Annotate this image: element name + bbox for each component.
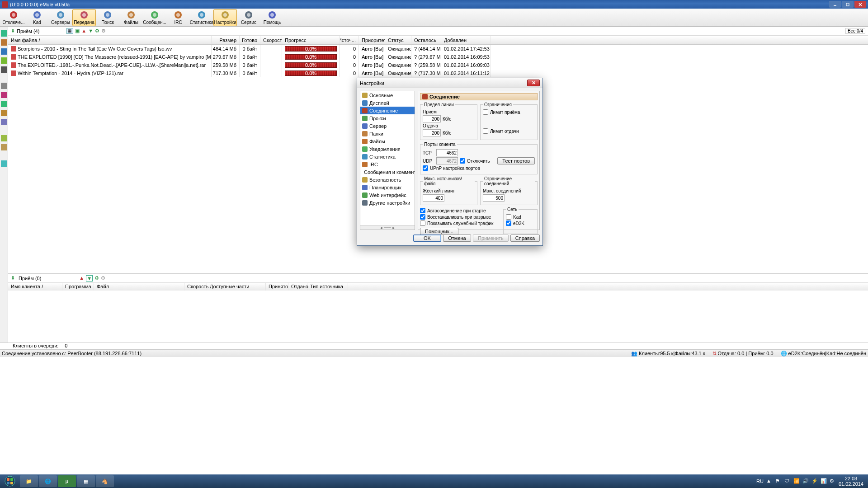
taskbar-clock[interactable]: 22:0301.02.2014: [839, 476, 863, 487]
col-client-file[interactable]: Файл: [94, 283, 184, 291]
col-client-recv[interactable]: Принято: [266, 283, 288, 291]
side-icon[interactable]: [1, 101, 7, 107]
side-icon[interactable]: [1, 30, 7, 37]
col-client-name[interactable]: Имя клиента /: [8, 283, 62, 291]
helper-button[interactable]: Помощник...: [420, 228, 458, 235]
cancel-button[interactable]: Отмена: [443, 235, 471, 242]
minimize-button[interactable]: [829, 1, 841, 8]
start-button[interactable]: [2, 475, 18, 488]
download-row[interactable]: Within Temptation - 2014 - Hydra (VIZP-1…: [8, 69, 868, 77]
task-emule[interactable]: 🐴: [96, 475, 114, 487]
tray-icon[interactable]: 📶: [793, 478, 800, 484]
toolbar-messages[interactable]: Сообщен...: [143, 9, 166, 26]
help-button[interactable]: Справка: [510, 235, 540, 242]
toolbar-stats[interactable]: Статистика: [190, 9, 213, 26]
tray-icon[interactable]: ⚡: [811, 478, 818, 484]
tree-scrollbar[interactable]: ◄ ━━━ ►: [360, 225, 415, 230]
tree-item[interactable]: Сообщения и комментарии: [360, 168, 415, 176]
side-icon[interactable]: [1, 160, 7, 167]
download-row[interactable]: The.EXPLOITED.-.1981.-.Punks.Not.Dead.-.…: [8, 61, 868, 69]
task-explorer[interactable]: 📁: [20, 475, 38, 487]
side-icon[interactable]: [1, 83, 7, 89]
side-icon[interactable]: [1, 57, 7, 64]
tree-item[interactable]: Сервер: [360, 122, 415, 130]
hard-limit-input[interactable]: [423, 194, 444, 202]
disable-udp-checkbox[interactable]: [460, 158, 465, 164]
tcp-port-input[interactable]: [436, 149, 458, 156]
tree-item[interactable]: IRC: [360, 160, 415, 168]
arrow-up-icon[interactable]: ▲: [79, 275, 84, 282]
toolbar-service[interactable]: Сервис: [237, 9, 260, 26]
tool-icon[interactable]: ♻: [94, 275, 99, 282]
tool-icon[interactable]: ▣: [75, 28, 80, 34]
tree-item[interactable]: Соединение: [360, 107, 415, 114]
downloads-tab-label[interactable]: Приём (4): [17, 28, 39, 34]
udp-port-input[interactable]: [436, 157, 458, 164]
side-icon[interactable]: [1, 135, 7, 141]
side-icon[interactable]: [1, 144, 7, 150]
ed2k-checkbox[interactable]: [506, 221, 511, 226]
toolbar-search[interactable]: Поиск: [96, 9, 119, 26]
col-client-speed[interactable]: Скорость: [184, 283, 207, 291]
tool-icon[interactable]: ♻: [95, 28, 99, 34]
side-icon[interactable]: [1, 119, 7, 125]
dialog-titlebar[interactable]: Настройки ✕: [357, 78, 542, 88]
arrow-down-icon[interactable]: ▼: [86, 275, 93, 282]
upnp-checkbox[interactable]: [423, 165, 428, 171]
col-size[interactable]: Размер: [212, 36, 240, 44]
max-conn-input[interactable]: [483, 194, 505, 202]
col-ready[interactable]: Готово: [240, 36, 260, 44]
side-icon[interactable]: [1, 92, 7, 98]
download-row[interactable]: Scorpions - 2010 - Sting In The Tail (Ea…: [8, 45, 868, 53]
tray-icon[interactable]: ⚑: [775, 478, 782, 484]
col-rem[interactable]: Осталось: [411, 36, 441, 44]
tree-item[interactable]: Безопасность: [360, 176, 415, 183]
arrow-up-icon[interactable]: ▲: [81, 28, 86, 34]
clients-tab-label[interactable]: Приём (0): [19, 276, 41, 281]
tree-item[interactable]: Web интерфейс: [360, 191, 415, 199]
download-cap-checkbox[interactable]: [483, 109, 488, 115]
tree-item[interactable]: Прокси: [360, 114, 415, 122]
task-chrome[interactable]: 🌐: [39, 475, 57, 487]
upload-cap-checkbox[interactable]: [483, 128, 488, 134]
side-icon[interactable]: [1, 48, 7, 55]
tray-icon[interactable]: 📊: [821, 478, 827, 484]
test-ports-button[interactable]: Тест портов: [497, 157, 535, 164]
autoconnect-checkbox[interactable]: [420, 208, 425, 213]
toolbar-transfer[interactable]: Передача: [72, 9, 96, 26]
toolbar-help[interactable]: Помощь: [260, 9, 284, 26]
col-prio[interactable]: Приоритет: [359, 36, 385, 44]
tool-icon[interactable]: ⚙: [101, 275, 105, 282]
col-client-parts[interactable]: Доступные части: [207, 283, 266, 291]
download-limit-input[interactable]: [423, 115, 441, 122]
tray-icon[interactable]: ⚙: [830, 478, 836, 484]
col-client-type[interactable]: Тип источника: [307, 283, 348, 291]
col-client-sent[interactable]: Отдано: [288, 283, 307, 291]
tree-item[interactable]: Дисплей: [360, 99, 415, 107]
tree-item[interactable]: Статистика: [360, 153, 415, 160]
maximize-button[interactable]: [842, 1, 854, 8]
reconnect-checkbox[interactable]: [420, 214, 425, 220]
side-icon[interactable]: [1, 110, 7, 116]
arrow-down-icon[interactable]: ▼: [88, 28, 93, 34]
upload-limit-input[interactable]: [423, 129, 441, 136]
col-client-prog[interactable]: Программа: [62, 283, 94, 291]
tree-item[interactable]: Уведомления: [360, 145, 415, 153]
toolbar-disconnect[interactable]: Отключе...: [2, 9, 25, 26]
toolbar-kad[interactable]: Kad: [25, 9, 49, 26]
side-icon[interactable]: [1, 66, 7, 73]
tree-item[interactable]: Файлы: [360, 137, 415, 145]
col-prog[interactable]: Прогресс: [282, 36, 340, 44]
tray-icon[interactable]: ▲: [766, 478, 773, 484]
tree-item[interactable]: Основные: [360, 91, 415, 99]
col-add[interactable]: Добавлен: [441, 36, 491, 44]
view-icon[interactable]: ▦: [66, 28, 73, 34]
tree-item[interactable]: Другие настройки: [360, 199, 415, 206]
ok-button[interactable]: OK: [413, 235, 441, 242]
task-utorrent[interactable]: µ: [58, 475, 76, 487]
toolbar-settings[interactable]: Настройки: [213, 9, 237, 26]
col-src[interactable]: Источ...: [340, 36, 359, 44]
apply-button[interactable]: Применить: [473, 235, 509, 242]
tree-item[interactable]: Планировщик: [360, 183, 415, 191]
side-icon[interactable]: [1, 39, 7, 46]
